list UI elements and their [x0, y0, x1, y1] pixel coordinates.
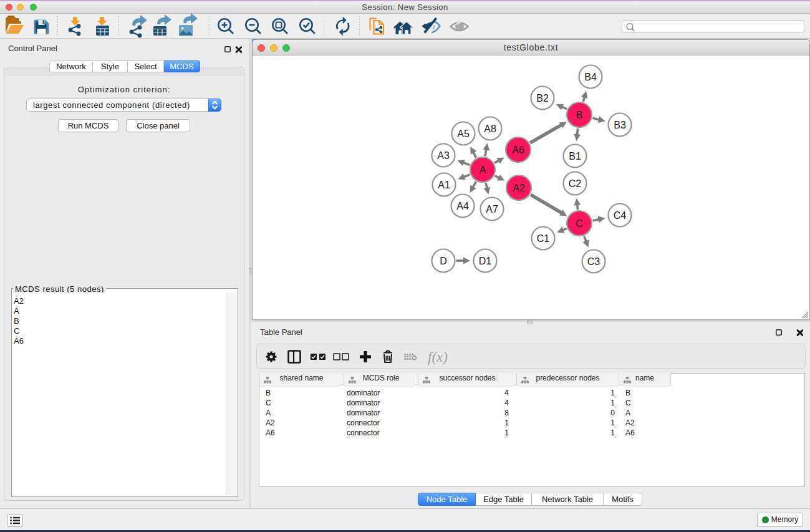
- svg-text:A6: A6: [512, 145, 524, 155]
- svg-text:C: C: [576, 218, 583, 229]
- svg-text:A1: A1: [438, 180, 450, 190]
- svg-text:C2: C2: [569, 178, 582, 189]
- svg-text:B3: B3: [614, 120, 626, 130]
- svg-text:A8: A8: [484, 123, 496, 134]
- svg-text:C4: C4: [614, 210, 627, 221]
- svg-text:A4: A4: [456, 201, 469, 211]
- svg-text:A5: A5: [457, 128, 470, 139]
- svg-text:A3: A3: [437, 150, 450, 161]
- svg-text:A: A: [480, 165, 486, 175]
- svg-text:C3: C3: [587, 256, 600, 267]
- svg-text:C1: C1: [537, 233, 550, 244]
- svg-text:B1: B1: [569, 151, 581, 162]
- svg-text:D1: D1: [479, 256, 492, 266]
- svg-text:A2: A2: [513, 183, 525, 193]
- svg-text:B2: B2: [536, 93, 549, 104]
- svg-text:D: D: [440, 256, 447, 266]
- svg-text:A7: A7: [486, 204, 498, 215]
- svg-text:B4: B4: [584, 72, 597, 82]
- svg-text:B: B: [576, 110, 583, 120]
- svg-text:f(x): f(x): [428, 349, 448, 365]
